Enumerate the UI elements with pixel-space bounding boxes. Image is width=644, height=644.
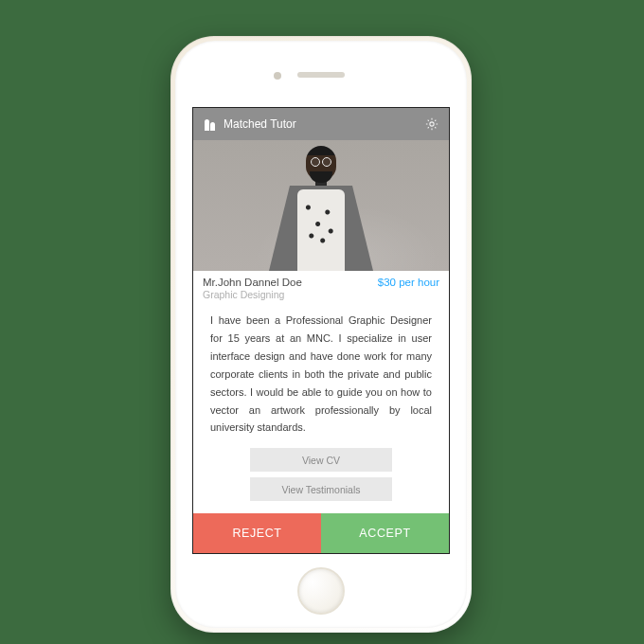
primary-action-bar: REJECT ACCEPT bbox=[193, 513, 449, 553]
app-logo-icon bbox=[203, 117, 216, 131]
view-testimonials-button[interactable]: View Testimonials bbox=[250, 477, 392, 501]
tutor-name: Mr.John Dannel Doe bbox=[203, 277, 378, 288]
tutor-role: Graphic Designing bbox=[203, 289, 378, 300]
tutor-bio: I have been a Professional Graphic Desig… bbox=[193, 302, 449, 444]
home-button[interactable] bbox=[297, 567, 345, 615]
svg-point-0 bbox=[430, 122, 434, 126]
earpiece bbox=[297, 72, 345, 78]
settings-icon[interactable] bbox=[424, 116, 439, 132]
app-header: Matched Tutor bbox=[193, 108, 449, 140]
secondary-actions: View CV View Testimonials bbox=[193, 444, 449, 510]
view-cv-button[interactable]: View CV bbox=[250, 448, 392, 472]
phone-frame: Matched Tutor bbox=[170, 36, 472, 633]
tutor-rate: $30 per hour bbox=[378, 277, 439, 288]
phone-body: Matched Tutor bbox=[175, 41, 467, 628]
tutor-photo bbox=[193, 140, 449, 271]
reject-button[interactable]: REJECT bbox=[193, 513, 321, 553]
accept-button[interactable]: ACCEPT bbox=[321, 513, 449, 553]
app-screen: Matched Tutor bbox=[192, 107, 450, 554]
front-camera bbox=[274, 72, 281, 80]
person-illustration bbox=[269, 146, 373, 271]
page-title: Matched Tutor bbox=[224, 117, 424, 131]
tutor-info-bar: Mr.John Dannel Doe Graphic Designing $30… bbox=[193, 271, 449, 302]
